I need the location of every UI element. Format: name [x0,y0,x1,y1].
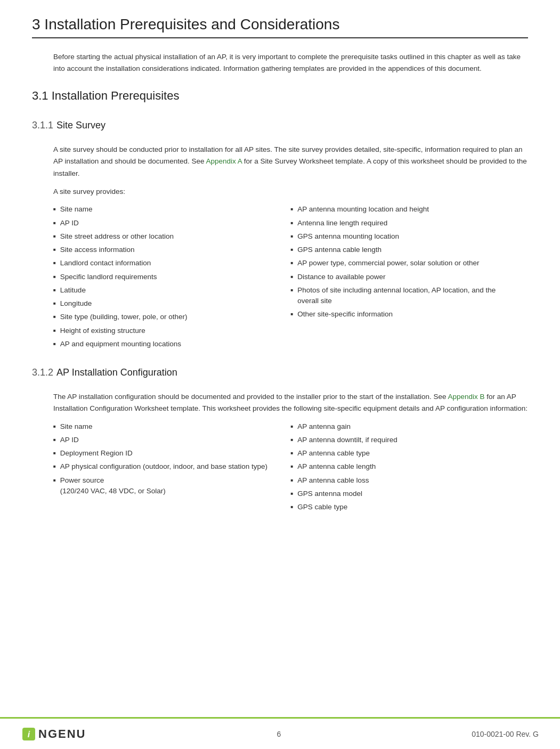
list-item: Site name [53,204,280,215]
appendix-a-link[interactable]: Appendix A [206,157,242,165]
section-31-title: 3.1 Installation Prerequisites [32,89,528,103]
list-item: Site street address or other location [53,231,280,242]
list-item: Specific landlord requirements [53,272,280,282]
312-para1-before-link: The AP installation configuration should… [53,393,448,401]
list-item: Photos of site including antennal locati… [291,285,518,307]
section-311-para2: A site survey provides: [53,186,528,198]
subsection-311-header: 3.1.1Site Survey [32,116,528,139]
list-item: Landlord contact information [53,258,280,268]
list-item: Height of existing structure [53,325,280,336]
list-item: AP physical configuration (outdoor, indo… [53,461,280,472]
list-item: AP antenna cable type [291,448,518,459]
list-item: GPS cable type [291,502,518,512]
list-item: AP ID [53,218,280,229]
list-item: AP power type, commercial power, solar s… [291,258,518,268]
list-item: Latitude [53,285,280,296]
subsection-312-header: 3.1.2AP Installation Configuration [32,363,528,386]
page-container: 3 Installation Prerequisites and Conside… [0,0,560,566]
list-item: Longitude [53,298,280,309]
list-item: AP and equipment mounting locations [53,339,280,349]
page-footer: i NGENU 6 010-0021-00 Rev. G [0,717,560,749]
page-number: 6 [277,730,281,738]
list-item: GPS antenna model [291,489,518,499]
section-311-right-list: AP antenna mounting location and height … [291,204,529,352]
list-item: Distance to available power [291,272,518,282]
list-item: Site access information [53,245,280,255]
section-312-left-list: Site name AP ID Deployment Region ID AP … [53,421,291,516]
list-item: AP antenna gain [291,421,518,432]
subsection-311-title: 3.1.1Site Survey [32,120,105,131]
appendix-b-link[interactable]: Appendix B [448,393,484,401]
section-311-para1: A site survey should be conducted prior … [53,144,528,180]
section-311-lists: Site name AP ID Site street address or o… [53,204,528,352]
doc-number: 010-0021-00 Rev. G [472,730,539,738]
list-item: Antenna line length required [291,218,518,229]
list-item: AP antenna mounting location and height [291,204,518,215]
list-item: Other site-specific information [291,309,518,320]
list-item: AP antenna cable loss [291,475,518,486]
list-item: GPS antenna mounting location [291,231,518,242]
list-item: AP antenna downtilt, if required [291,435,518,445]
intro-paragraph: Before starting the actual physical inst… [53,51,528,74]
list-item: Site type (building, tower, pole, or oth… [53,312,280,322]
list-item: Power source(120/240 VAC, 48 VDC, or Sol… [53,475,280,497]
list-item: GPS antenna cable length [291,245,518,255]
logo-icon: i [21,727,36,742]
logo: i NGENU [21,727,86,742]
section-312-para1: The AP installation configuration should… [53,391,528,415]
list-item: AP antenna cable length [291,461,518,472]
logo-text: NGENU [38,727,86,741]
list-item: Site name [53,421,280,432]
list-item: Deployment Region ID [53,448,280,459]
svg-text:i: i [28,730,30,739]
chapter-title: 3 Installation Prerequisites and Conside… [32,16,528,38]
subsection-312-number: 3.1.2 [32,367,53,378]
subsection-312-title: 3.1.2AP Installation Configuration [32,367,177,378]
section-312-right-list: AP antenna gain AP antenna downtilt, if … [291,421,529,516]
section-312-lists: Site name AP ID Deployment Region ID AP … [53,421,528,516]
subsection-311-number: 3.1.1 [32,120,53,131]
list-item: AP ID [53,435,280,445]
section-311-left-list: Site name AP ID Site street address or o… [53,204,291,352]
